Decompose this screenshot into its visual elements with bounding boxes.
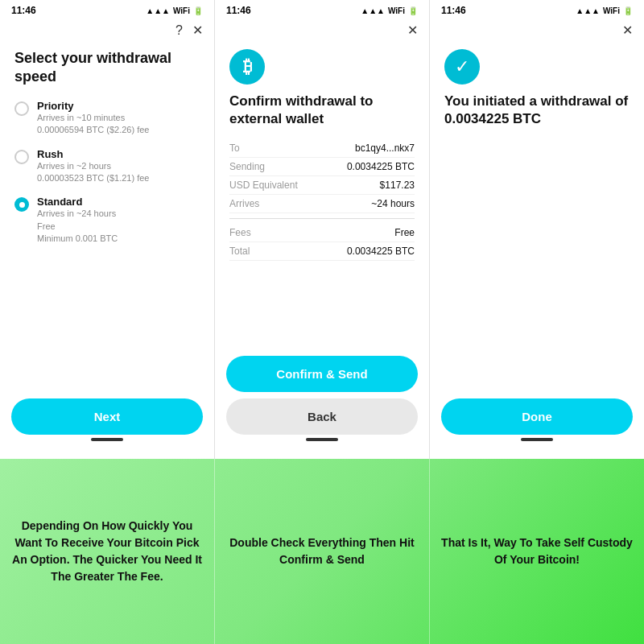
usd-value: $117.23 bbox=[380, 180, 415, 191]
sending-label: Sending bbox=[229, 161, 265, 172]
rush-sub1: Arrives in ~2 hours bbox=[37, 160, 149, 172]
wifi-icon-2: WiFi bbox=[388, 6, 405, 15]
header-actions-3: ✕ bbox=[430, 19, 644, 41]
arrives-label: Arrives bbox=[229, 198, 259, 209]
option-rush-text: Rush Arrives in ~2 hours 0.00003523 BTC … bbox=[37, 148, 149, 185]
header-actions-1: ? ✕ bbox=[0, 19, 214, 41]
detail-arrives: Arrives ~24 hours bbox=[229, 195, 415, 213]
status-icons-3: ▲▲▲ WiFi 🔋 bbox=[576, 6, 633, 15]
detail-table: To bc1qy4...nkx7 Sending 0.0034225 BTC U… bbox=[229, 139, 415, 261]
status-time-2: 11:46 bbox=[226, 5, 251, 16]
radio-standard[interactable] bbox=[14, 197, 29, 212]
priority-sub1: Arrives in ~10 minutes bbox=[37, 112, 149, 124]
detail-fees: Fees Free bbox=[229, 224, 415, 242]
screen-withdrawal-speed: 11:46 ▲▲▲ WiFi 🔋 ? ✕ Select your withdra… bbox=[0, 0, 215, 459]
screens-row: 11:46 ▲▲▲ WiFi 🔋 ? ✕ Select your withdra… bbox=[0, 0, 644, 459]
captions-row: Depending On How Quickly You Want To Rec… bbox=[0, 459, 644, 644]
detail-usd: USD Equivalent $117.23 bbox=[229, 176, 415, 195]
option-priority-text: Priority Arrives in ~10 minutes 0.000065… bbox=[37, 100, 149, 137]
option-standard[interactable]: Standard Arrives in ~24 hours Free Minim… bbox=[14, 196, 200, 245]
status-time-3: 11:46 bbox=[441, 5, 466, 16]
caption-text-1: Depending On How Quickly You Want To Rec… bbox=[11, 518, 203, 585]
wifi-icon-1: WiFi bbox=[173, 6, 190, 15]
option-priority[interactable]: Priority Arrives in ~10 minutes 0.000065… bbox=[14, 100, 200, 137]
screen2-bottom: Confirm & Send Back bbox=[215, 349, 429, 459]
screen2-content: ₿ Confirm withdrawal to external wallet … bbox=[215, 41, 429, 349]
wifi-icon-3: WiFi bbox=[603, 6, 620, 15]
withdrawal-speed-title: Select your withdrawal speed bbox=[14, 49, 200, 87]
standard-sub1: Arrives in ~24 hours bbox=[37, 208, 118, 220]
battery-icon-1: 🔋 bbox=[193, 6, 203, 15]
home-indicator-2 bbox=[306, 438, 338, 441]
confirm-title: Confirm withdrawal to external wallet bbox=[229, 93, 415, 128]
screen3-content: ✓ You initiated a withdrawal of 0.003422… bbox=[430, 41, 644, 392]
btc-icon: ₿ bbox=[229, 49, 265, 85]
total-value: 0.0034225 BTC bbox=[347, 246, 415, 257]
next-button[interactable]: Next bbox=[11, 398, 203, 435]
caption-panel-1: Depending On How Quickly You Want To Rec… bbox=[0, 459, 215, 644]
home-indicator-3 bbox=[521, 438, 553, 441]
caption-text-3: That Is It, Way To Take Self Custody Of … bbox=[441, 535, 633, 568]
screen3-bottom: Done bbox=[430, 392, 644, 459]
usd-label: USD Equivalent bbox=[229, 180, 298, 191]
status-icons-2: ▲▲▲ WiFi 🔋 bbox=[361, 6, 418, 15]
screen1-content: Select your withdrawal speed Priority Ar… bbox=[0, 41, 214, 392]
battery-icon-3: 🔋 bbox=[623, 6, 633, 15]
close-icon-2[interactable]: ✕ bbox=[407, 23, 418, 38]
detail-to: To bc1qy4...nkx7 bbox=[229, 139, 415, 158]
standard-label: Standard bbox=[37, 196, 118, 208]
to-label: To bbox=[229, 142, 240, 154]
screen1-bottom: Next bbox=[0, 392, 214, 459]
home-indicator-1 bbox=[91, 438, 123, 441]
battery-icon-2: 🔋 bbox=[408, 6, 418, 15]
arrives-value: ~24 hours bbox=[371, 198, 415, 209]
screen-initiated: 11:46 ▲▲▲ WiFi 🔋 ✕ ✓ You initiated a wit… bbox=[430, 0, 644, 459]
done-button[interactable]: Done bbox=[441, 398, 633, 435]
caption-panel-2: Double Check Everything Then Hit Confirm… bbox=[215, 459, 430, 644]
initiated-title: You initiated a withdrawal of 0.0034225 … bbox=[444, 93, 630, 128]
standard-sub3: Minimum 0.001 BTC bbox=[37, 233, 118, 245]
caption-text-2: Double Check Everything Then Hit Confirm… bbox=[226, 535, 418, 568]
status-bar-2: 11:46 ▲▲▲ WiFi 🔋 bbox=[215, 0, 429, 19]
rush-sub2: 0.00003523 BTC ($1.21) fee bbox=[37, 172, 149, 184]
status-time-1: 11:46 bbox=[11, 5, 36, 16]
radio-standard-inner bbox=[19, 202, 25, 208]
standard-sub2: Free bbox=[37, 221, 118, 233]
status-bar-1: 11:46 ▲▲▲ WiFi 🔋 bbox=[0, 0, 214, 19]
signal-icon-1: ▲▲▲ bbox=[146, 6, 170, 15]
status-bar-3: 11:46 ▲▲▲ WiFi 🔋 bbox=[430, 0, 644, 19]
option-standard-text: Standard Arrives in ~24 hours Free Minim… bbox=[37, 196, 118, 245]
status-icons-1: ▲▲▲ WiFi 🔋 bbox=[146, 6, 203, 15]
rush-label: Rush bbox=[37, 148, 149, 160]
back-button[interactable]: Back bbox=[226, 398, 418, 435]
close-icon-3[interactable]: ✕ bbox=[622, 23, 633, 38]
close-icon-1[interactable]: ✕ bbox=[192, 23, 203, 38]
radio-rush[interactable] bbox=[14, 150, 29, 164]
total-label: Total bbox=[229, 246, 250, 257]
fees-label: Fees bbox=[229, 227, 251, 238]
radio-priority[interactable] bbox=[14, 101, 29, 116]
priority-label: Priority bbox=[37, 100, 149, 112]
caption-panel-3: That Is It, Way To Take Self Custody Of … bbox=[430, 459, 644, 644]
signal-icon-2: ▲▲▲ bbox=[361, 6, 385, 15]
detail-sending: Sending 0.0034225 BTC bbox=[229, 158, 415, 176]
help-icon[interactable]: ? bbox=[175, 23, 183, 38]
detail-divider bbox=[229, 218, 415, 219]
option-rush[interactable]: Rush Arrives in ~2 hours 0.00003523 BTC … bbox=[14, 148, 200, 185]
priority-sub2: 0.00006594 BTC ($2.26) fee bbox=[37, 124, 149, 136]
fees-value: Free bbox=[394, 227, 415, 238]
signal-icon-3: ▲▲▲ bbox=[576, 6, 600, 15]
detail-total: Total 0.0034225 BTC bbox=[229, 242, 415, 261]
sending-value: 0.0034225 BTC bbox=[347, 161, 415, 172]
check-icon: ✓ bbox=[444, 49, 480, 85]
confirm-send-button[interactable]: Confirm & Send bbox=[226, 356, 418, 392]
screen-confirm-withdrawal: 11:46 ▲▲▲ WiFi 🔋 ✕ ₿ Confirm withdrawal … bbox=[215, 0, 430, 459]
to-value: bc1qy4...nkx7 bbox=[355, 142, 415, 154]
header-actions-2: ✕ bbox=[215, 19, 429, 41]
